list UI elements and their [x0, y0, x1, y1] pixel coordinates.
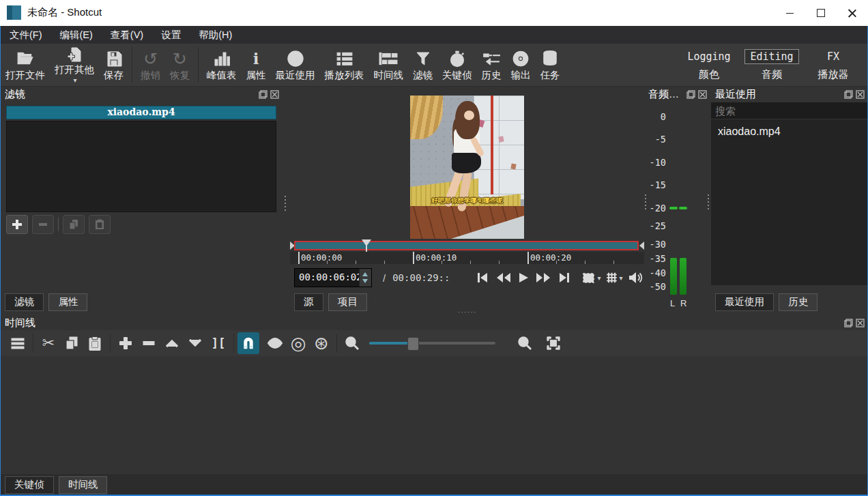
- horizontal-splitter-handle[interactable]: [290, 308, 644, 315]
- output-button[interactable]: 输出: [506, 46, 536, 84]
- main-area: 滤镜 xiaodao.mp4 滤镜: [1, 87, 867, 315]
- grid-button[interactable]: [605, 272, 623, 284]
- overwrite-button[interactable]: [184, 332, 207, 354]
- timeline-tracks-area[interactable]: [1, 356, 867, 474]
- ripple-toggle-button[interactable]: ◎: [287, 332, 310, 354]
- float-panel-icon[interactable]: [844, 318, 853, 327]
- current-time-spinbox[interactable]: 00:00:06:02: [294, 268, 372, 287]
- fit-icon: [546, 336, 561, 351]
- spin-buttons[interactable]: [359, 269, 371, 287]
- zoom-fit-button[interactable]: [542, 332, 565, 354]
- tab-history[interactable]: 历史: [779, 293, 818, 311]
- layout-color-button[interactable]: 颜色: [694, 68, 724, 82]
- close-panel-icon[interactable]: [270, 89, 279, 98]
- recent-panel-title: 最近使用: [715, 88, 756, 101]
- snap-toggle-button[interactable]: [237, 332, 259, 354]
- close-panel-icon[interactable]: [856, 89, 865, 98]
- tab-recent[interactable]: 最近使用: [715, 293, 774, 311]
- layout-player-button[interactable]: 播放器: [813, 68, 854, 82]
- skip-end-button[interactable]: [558, 272, 571, 283]
- maximize-button[interactable]: [805, 0, 837, 26]
- playlist-button[interactable]: 播放列表: [320, 46, 369, 84]
- lift-button[interactable]: [160, 332, 184, 354]
- spin-down-icon[interactable]: [362, 279, 368, 283]
- play-button[interactable]: [518, 272, 529, 283]
- append-button[interactable]: [114, 332, 137, 354]
- timeline-separator: [233, 334, 234, 353]
- out-point-marker[interactable]: [639, 242, 644, 250]
- layout-editing-button[interactable]: Editing: [744, 49, 798, 64]
- volume-button[interactable]: [628, 272, 643, 284]
- tab-filters[interactable]: 滤镜: [5, 293, 44, 311]
- zoom-mode-button[interactable]: [582, 272, 601, 284]
- save-button[interactable]: 保存: [99, 46, 128, 84]
- circled-asterisk-icon: ⊛: [314, 334, 329, 352]
- menu-view[interactable]: 查看(V): [102, 26, 152, 44]
- redo-button[interactable]: ↻ 恢复: [165, 46, 194, 84]
- history-button[interactable]: 历史: [477, 46, 506, 84]
- tab-keyframes[interactable]: 关键侦: [5, 476, 54, 494]
- recent-label: 最近使用: [276, 69, 315, 82]
- add-filter-button[interactable]: [6, 215, 28, 234]
- layout-fx-button[interactable]: FX: [822, 50, 844, 63]
- skip-start-button[interactable]: [476, 272, 489, 283]
- split-button[interactable]: ][: [207, 332, 230, 354]
- cut-button[interactable]: ✂: [37, 332, 60, 354]
- slider-handle[interactable]: [407, 337, 419, 351]
- zoom-out-button[interactable]: [341, 332, 364, 354]
- ripple-delete-button[interactable]: [137, 332, 160, 354]
- jobs-button[interactable]: 任务: [536, 46, 565, 84]
- filters-button[interactable]: 滤镜: [408, 46, 437, 84]
- video-preview[interactable]: 好吧那你想学哪句哪些呢: [410, 96, 524, 239]
- menu-edit[interactable]: 编辑(E): [51, 26, 102, 44]
- layout-audio-button[interactable]: 音频: [757, 68, 787, 82]
- menu-help[interactable]: 帮助(H): [190, 26, 241, 44]
- float-panel-icon[interactable]: [259, 89, 267, 98]
- paste-button[interactable]: [83, 332, 106, 354]
- close-panel-icon[interactable]: [698, 89, 707, 98]
- minimize-button[interactable]: [774, 0, 805, 26]
- undo-button[interactable]: ↺ 撤销: [136, 46, 165, 84]
- peak-meter-button[interactable]: 峰值表: [202, 46, 242, 84]
- menu-settings[interactable]: 设置: [152, 26, 190, 44]
- splitter-handle-dots[interactable]: [708, 194, 709, 209]
- float-panel-icon[interactable]: [844, 89, 853, 98]
- timeline-menu-button[interactable]: [6, 332, 29, 354]
- layout-logging-button[interactable]: Logging: [682, 50, 735, 63]
- close-button[interactable]: [837, 0, 868, 26]
- tab-timeline[interactable]: 时间线: [59, 476, 108, 494]
- recent-button[interactable]: 最近使用: [271, 46, 320, 84]
- fast-forward-button[interactable]: [536, 272, 551, 283]
- filter-list[interactable]: [6, 121, 276, 212]
- remove-filter-button[interactable]: [32, 215, 54, 234]
- tab-properties[interactable]: 属性: [48, 293, 87, 311]
- timeline-button[interactable]: 时间线: [369, 46, 409, 84]
- float-panel-icon[interactable]: [686, 89, 695, 98]
- scrubber-bar[interactable]: [294, 241, 639, 250]
- menu-bar: 文件(F) 编辑(E) 查看(V) 设置 帮助(H): [1, 26, 867, 44]
- time-ruler[interactable]: 00:00:00 00:00:10 00:00:20: [290, 252, 644, 264]
- spin-up-icon[interactable]: [362, 272, 368, 276]
- toolbar-separator: [132, 47, 132, 83]
- copy-filters-button[interactable]: [63, 215, 85, 234]
- open-file-button[interactable]: 打开文件: [1, 46, 50, 84]
- scrub-while-dragging-button[interactable]: [263, 332, 287, 354]
- filters-panel-tabs: 滤镜 属性: [5, 293, 89, 311]
- keyframes-label: 关键侦: [442, 69, 472, 82]
- keyframes-button[interactable]: 关键侦: [437, 46, 477, 84]
- scrubber[interactable]: [290, 240, 644, 251]
- properties-button[interactable]: i 属性: [242, 46, 271, 84]
- close-panel-icon[interactable]: [856, 318, 865, 327]
- open-other-button[interactable]: 打开其他: [50, 46, 99, 84]
- rewind-button[interactable]: [496, 272, 511, 283]
- timeline-zoom-slider[interactable]: [369, 332, 495, 354]
- left-splitter[interactable]: [282, 87, 290, 315]
- search-input[interactable]: [711, 102, 867, 119]
- menu-file[interactable]: 文件(F): [1, 26, 51, 44]
- ripple-all-tracks-button[interactable]: ⊛: [310, 332, 333, 354]
- zoom-in-button[interactable]: [513, 332, 536, 354]
- paste-filters-button[interactable]: [89, 215, 111, 234]
- copy-button[interactable]: [60, 332, 83, 354]
- undo-icon: ↺: [143, 48, 158, 69]
- recent-list-item[interactable]: xiaodao.mp4: [711, 119, 867, 144]
